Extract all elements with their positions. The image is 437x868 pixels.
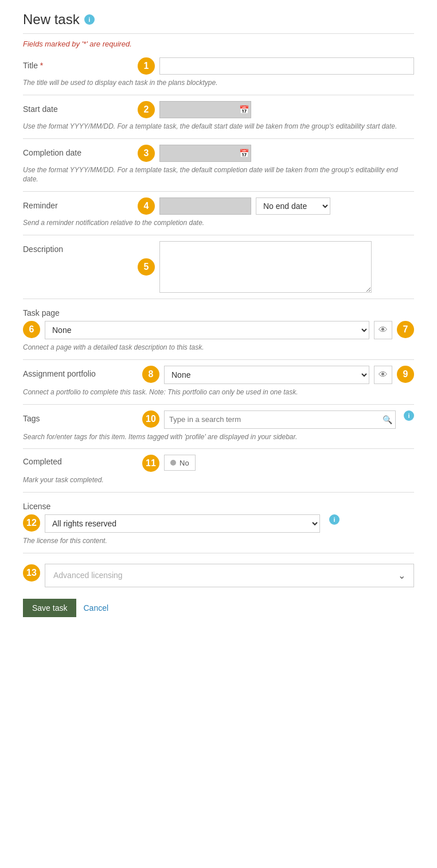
completion-date-input[interactable] xyxy=(159,145,251,162)
tags-search-icon[interactable]: 🔍 xyxy=(383,415,392,424)
task-page-hint: Connect a page with a detailed task desc… xyxy=(23,343,414,352)
reminder-section: Reminder 4 No end date Send a reminder n… xyxy=(23,197,414,235)
completed-section: Completed 11 No Mark your task completed… xyxy=(23,455,414,493)
reminder-divider xyxy=(23,235,414,235)
badge-7: 7 xyxy=(397,321,414,338)
title-divider xyxy=(23,33,414,34)
advanced-licensing-row: 13 Advanced licensing ⌄ xyxy=(23,559,414,587)
tags-search-input[interactable] xyxy=(164,410,396,429)
completed-toggle-label: No xyxy=(180,459,189,467)
reminder-input[interactable] xyxy=(159,197,251,215)
completed-field-row: Completed 11 No xyxy=(23,455,414,472)
title-section: Title * 1 The title will be used to disp… xyxy=(23,57,414,95)
completed-divider xyxy=(23,492,414,493)
badge-12: 12 xyxy=(23,514,40,532)
save-task-button[interactable]: Save task xyxy=(23,599,76,617)
task-page-field-row: 6 None 👁 7 xyxy=(23,321,414,339)
start-date-controls: 2 📅 xyxy=(138,101,414,118)
advanced-licensing-chevron-icon: ⌄ xyxy=(398,570,405,581)
badge-9: 9 xyxy=(397,366,414,383)
completed-label: Completed xyxy=(23,455,138,466)
title-input[interactable] xyxy=(159,57,414,75)
completed-hint: Mark your task completed. xyxy=(23,475,414,485)
reminder-hint: Send a reminder notification relative to… xyxy=(23,218,414,228)
badge-2: 2 xyxy=(138,101,155,118)
description-textarea[interactable] xyxy=(159,241,372,293)
tags-info-icon[interactable]: i xyxy=(404,410,414,421)
description-field-row: Description 5 xyxy=(23,241,414,293)
license-divider xyxy=(23,553,414,553)
reminder-label: Reminder xyxy=(23,197,138,210)
title-controls: 1 xyxy=(138,57,414,75)
badge-6: 6 xyxy=(23,321,40,338)
title-section-divider xyxy=(23,95,414,95)
cancel-button[interactable]: Cancel xyxy=(83,603,108,613)
assignment-portfolio-eye-button[interactable]: 👁 xyxy=(374,366,392,384)
badge-5: 5 xyxy=(138,258,155,276)
task-page-eye-button[interactable]: 👁 xyxy=(374,321,392,339)
description-section: Description 5 xyxy=(23,241,414,299)
license-select[interactable]: All rights reserved xyxy=(45,514,320,533)
tags-divider xyxy=(23,448,414,449)
title-label: Title * xyxy=(23,57,138,70)
badge-8: 8 xyxy=(142,366,159,383)
start-date-field-row: Start date 2 📅 xyxy=(23,101,414,118)
description-divider xyxy=(23,299,414,299)
start-date-section: Start date 2 📅 Use the format YYYY/MM/DD… xyxy=(23,101,414,139)
page-title-row: New task i xyxy=(23,11,414,28)
required-notice: Fields marked by '*' are required. xyxy=(23,40,414,48)
start-date-hint: Use the format YYYY/MM/DD. For a templat… xyxy=(23,122,414,131)
license-section: License 12 All rights reserved i The lic… xyxy=(23,498,414,553)
advanced-licensing-label: Advanced licensing xyxy=(53,571,123,580)
completed-toggle-dot xyxy=(170,460,176,466)
assignment-portfolio-label: Assignment portfolio xyxy=(23,366,138,378)
task-page-divider xyxy=(23,359,414,360)
tags-search-wrapper: 🔍 xyxy=(164,410,396,429)
title-field-row: Title * 1 xyxy=(23,57,414,75)
completion-date-divider xyxy=(23,191,414,192)
completion-date-hint: Use the format YYYY/MM/DD. For a templat… xyxy=(23,165,414,185)
page-title: New task xyxy=(23,11,80,28)
completion-date-wrapper: 📅 xyxy=(159,145,251,162)
description-controls: 5 xyxy=(138,241,414,293)
badge-1: 1 xyxy=(138,57,155,75)
tags-label: Tags xyxy=(23,410,138,423)
completion-date-label: Completion date xyxy=(23,145,138,157)
advanced-licensing-section: 13 Advanced licensing ⌄ xyxy=(23,559,414,587)
completion-date-field-row: Completion date 3 📅 xyxy=(23,145,414,162)
badge-10: 10 xyxy=(142,410,159,428)
badge-13: 13 xyxy=(23,564,40,582)
task-page-label: Task page xyxy=(23,305,138,317)
start-date-wrapper: 📅 xyxy=(159,101,251,118)
badge-11: 11 xyxy=(142,455,159,472)
badge-3: 3 xyxy=(138,145,155,162)
description-label: Description xyxy=(23,241,138,254)
assignment-portfolio-hint: Connect a portfolio to complete this tas… xyxy=(23,388,414,397)
page-info-icon[interactable]: i xyxy=(84,14,95,25)
reminder-field-row: Reminder 4 No end date xyxy=(23,197,414,215)
tags-hint: Search for/enter tags for this item. Ite… xyxy=(23,432,414,442)
badge-4: 4 xyxy=(138,197,155,215)
advanced-licensing-panel[interactable]: Advanced licensing ⌄ xyxy=(45,564,414,587)
start-date-divider xyxy=(23,138,414,139)
assignment-portfolio-field-row: Assignment portfolio 8 None 👁 9 xyxy=(23,366,414,384)
assignment-portfolio-section: Assignment portfolio 8 None 👁 9 Connect … xyxy=(23,366,414,405)
start-date-input[interactable] xyxy=(159,101,251,118)
license-field-row: 12 All rights reserved i xyxy=(23,514,414,533)
task-page-section: Task page 6 None 👁 7 Connect a page with… xyxy=(23,305,414,360)
task-page-select[interactable]: None xyxy=(45,321,369,339)
license-hint: The license for this content. xyxy=(23,536,414,546)
completion-date-controls: 3 📅 xyxy=(138,145,414,162)
reminder-end-date-select[interactable]: No end date xyxy=(256,197,330,215)
tags-field-row: Tags 10 🔍 i xyxy=(23,410,414,429)
license-info-icon[interactable]: i xyxy=(329,514,340,525)
assignment-portfolio-select[interactable]: None xyxy=(164,366,369,384)
title-required-star: * xyxy=(40,61,43,70)
tags-section: Tags 10 🔍 i Search for/enter tags for th… xyxy=(23,410,414,450)
assignment-portfolio-divider xyxy=(23,404,414,405)
start-date-calendar-icon[interactable]: 📅 xyxy=(239,105,249,114)
start-date-label: Start date xyxy=(23,101,138,114)
reminder-controls: 4 No end date xyxy=(138,197,414,215)
completed-toggle[interactable]: No xyxy=(164,455,196,471)
completion-date-calendar-icon[interactable]: 📅 xyxy=(239,149,249,158)
